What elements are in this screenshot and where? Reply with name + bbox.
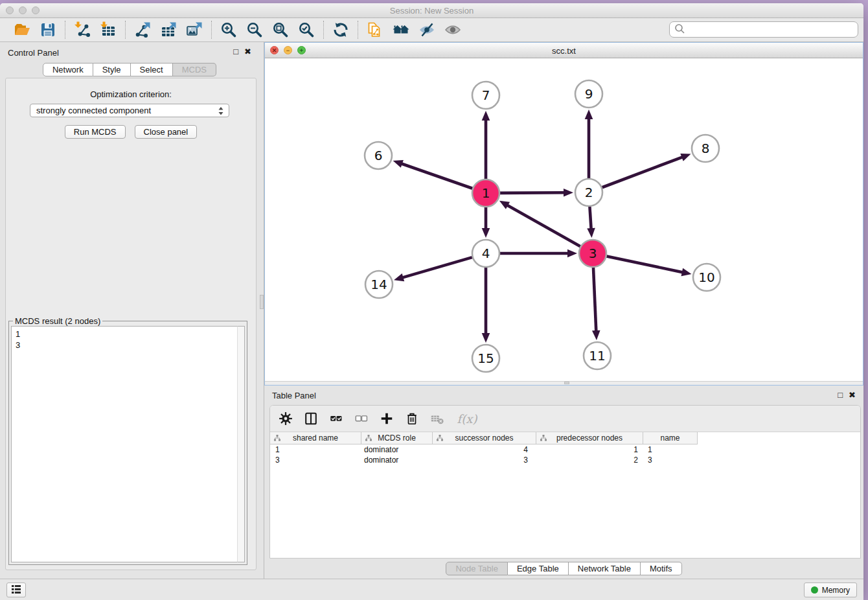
open-icon[interactable] — [13, 21, 31, 39]
tab-select[interactable]: Select — [131, 63, 173, 76]
tab-mcds[interactable]: MCDS — [173, 63, 216, 76]
svg-text:2: 2 — [585, 185, 593, 200]
edge-2-9[interactable] — [585, 110, 593, 178]
zoom-in-icon[interactable] — [220, 21, 238, 39]
tab-network[interactable]: Network — [43, 63, 93, 76]
table-cell[interactable]: 3 — [643, 455, 698, 465]
edge-2-3[interactable] — [587, 207, 595, 238]
node-8[interactable]: 8 — [692, 135, 719, 162]
search-input[interactable] — [687, 23, 858, 36]
node-10[interactable]: 10 — [693, 264, 720, 291]
table-tab-motifs[interactable]: Motifs — [641, 562, 682, 575]
tab-style[interactable]: Style — [93, 63, 131, 76]
table-tab-network-table[interactable]: Network Table — [569, 562, 641, 575]
node-table-container: f(x) shared nameMCDS rolesuccessor nodes… — [269, 405, 861, 559]
zoom-selected-icon[interactable] — [297, 21, 315, 39]
task-history-button[interactable] — [6, 583, 26, 597]
status-bar: Memory — [0, 579, 863, 600]
column-header-predecessor-nodes[interactable]: predecessor nodes — [536, 432, 643, 444]
refresh-icon[interactable] — [332, 21, 350, 39]
zoom-fit-icon[interactable] — [271, 21, 290, 39]
import-table-icon[interactable] — [99, 21, 117, 39]
edge-4-14[interactable] — [394, 257, 472, 281]
edge-4-3[interactable] — [500, 249, 577, 258]
float-table-panel-icon[interactable]: □ — [838, 390, 843, 400]
table-cell[interactable]: 1 — [643, 444, 698, 455]
table-cell[interactable]: dominator — [361, 444, 433, 455]
float-panel-icon[interactable]: □ — [233, 47, 238, 56]
eye-icon[interactable] — [444, 21, 462, 39]
settings-icon[interactable] — [278, 411, 293, 426]
table-tabs: Node TableEdge TableNetwork TableMotifs — [264, 562, 863, 575]
panel-divider[interactable] — [259, 42, 264, 579]
edge-3-1[interactable] — [499, 201, 580, 246]
node-3[interactable]: 3 — [579, 240, 606, 267]
table-cell[interactable]: dominator — [361, 455, 433, 465]
add-column-icon[interactable] — [379, 411, 394, 426]
table-cell[interactable]: 2 — [536, 455, 643, 465]
export-image-icon[interactable] — [185, 21, 203, 39]
delete-column-icon[interactable] — [404, 411, 420, 426]
table-cell[interactable]: 1 — [536, 444, 643, 455]
table-cell[interactable]: 1 — [270, 444, 361, 455]
eye-off-icon[interactable] — [418, 21, 436, 39]
memory-status-icon — [811, 586, 818, 594]
run-mcds-button[interactable]: Run MCDS — [65, 125, 126, 139]
node-2[interactable]: 2 — [575, 179, 602, 206]
close-table-panel-icon[interactable]: ✖ — [849, 390, 856, 400]
edge-3-11[interactable] — [592, 268, 600, 340]
export-network-icon[interactable] — [133, 21, 152, 39]
mcds-panel: Optimization criterion: strongly connect… — [5, 78, 257, 570]
memory-button[interactable]: Memory — [804, 583, 857, 597]
close-panel-icon[interactable]: ✖ — [244, 47, 251, 56]
column-header-name[interactable]: name — [643, 432, 698, 444]
edge-1-6[interactable] — [393, 160, 473, 189]
node-7[interactable]: 7 — [472, 82, 499, 109]
node-14[interactable]: 14 — [365, 271, 393, 298]
node-4[interactable]: 4 — [472, 240, 499, 267]
control-panel: Control Panel □ ✖ NetworkStyleSelectMCDS… — [0, 42, 259, 579]
node-11[interactable]: 11 — [584, 342, 611, 369]
edge-1-7[interactable] — [482, 111, 490, 179]
window-title: Session: New Session — [0, 6, 863, 16]
window-titlebar[interactable]: Session: New Session — [0, 3, 863, 18]
result-scrollbar[interactable] — [237, 326, 245, 562]
select-all-icon[interactable] — [328, 411, 344, 426]
network-canvas[interactable]: 7 9 6 8 1 2 4 3 14 10 15 11 — [265, 58, 863, 381]
svg-text:10: 10 — [698, 270, 714, 285]
node-15[interactable]: 15 — [472, 345, 499, 372]
table-cell[interactable]: 4 — [433, 444, 536, 455]
network-frame-titlebar[interactable]: ✕ − + scc.txt — [265, 43, 863, 58]
edge-3-10[interactable] — [607, 257, 692, 277]
node-9[interactable]: 9 — [575, 80, 602, 108]
control-panel-header: Control Panel □ ✖ — [0, 42, 259, 63]
table-tab-node-table[interactable]: Node Table — [446, 562, 508, 575]
column-header-successor-nodes[interactable]: successor nodes — [433, 432, 536, 444]
search-box[interactable] — [669, 21, 858, 38]
edge-4-15[interactable] — [482, 268, 490, 343]
column-header-shared-name[interactable]: shared name — [270, 432, 361, 444]
table-tab-edge-table[interactable]: Edge Table — [508, 562, 569, 575]
home-icon[interactable] — [392, 21, 410, 39]
node-6[interactable]: 6 — [365, 142, 392, 169]
network-graph: 7 9 6 8 1 2 4 3 14 10 15 11 — [265, 58, 863, 381]
deselect-all-icon[interactable] — [354, 411, 369, 426]
column-header-MCDS-role[interactable]: MCDS role — [361, 432, 433, 444]
table-cell[interactable]: 3 — [270, 455, 361, 465]
node-1[interactable]: 1 — [472, 179, 499, 207]
save-icon[interactable] — [39, 21, 57, 39]
export-table-icon[interactable] — [159, 21, 177, 39]
import-network-icon[interactable] — [73, 21, 91, 39]
edge-1-2[interactable] — [500, 189, 573, 197]
edge-1-4[interactable] — [482, 207, 490, 238]
frame-resize-handle[interactable] — [564, 382, 569, 384]
close-panel-button[interactable]: Close panel — [135, 125, 198, 139]
clone-network-icon[interactable] — [366, 21, 384, 39]
split-view-icon[interactable] — [303, 411, 319, 426]
edge-2-8[interactable] — [602, 154, 691, 187]
criterion-select[interactable]: strongly connected component — [30, 104, 229, 117]
table-toolbar: f(x) — [270, 406, 860, 432]
divider-grip[interactable] — [260, 295, 264, 309]
zoom-out-icon[interactable] — [246, 21, 264, 39]
table-cell[interactable]: 3 — [433, 455, 536, 465]
